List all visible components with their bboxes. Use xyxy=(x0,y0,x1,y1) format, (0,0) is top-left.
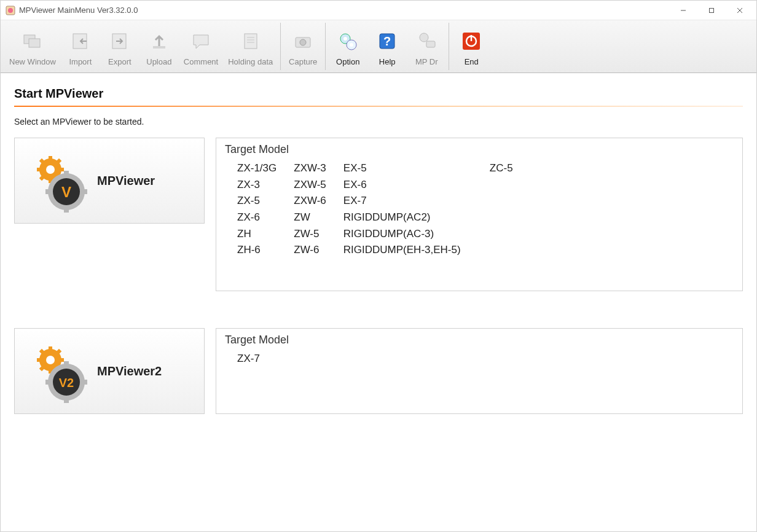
model-item: ZX-7 xyxy=(237,351,276,367)
content-area: Start MPViewer Select an MPViewer to be … xyxy=(1,73,756,531)
target-model-label: Target Model xyxy=(225,334,734,346)
svg-rect-58 xyxy=(80,380,87,385)
toolbar-label: Capture xyxy=(289,57,317,66)
help-button[interactable]: ? Help xyxy=(367,20,407,72)
model-item: ZH-6 xyxy=(237,243,292,258)
new-window-button[interactable]: New Window xyxy=(4,20,61,72)
model-item xyxy=(490,178,529,193)
model-list: ZX-7 xyxy=(225,350,734,368)
power-icon xyxy=(459,29,484,53)
model-item: EX-5 xyxy=(343,161,488,176)
export-icon xyxy=(108,29,132,53)
export-button[interactable]: Export xyxy=(100,20,139,72)
model-item: RIGIDDUMP(AC-3) xyxy=(343,227,488,242)
svg-point-37 xyxy=(46,165,55,174)
page-title: Start MPViewer xyxy=(14,87,743,107)
toolbar-label: Option xyxy=(336,57,359,66)
end-button[interactable]: End xyxy=(452,20,491,72)
svg-rect-47 xyxy=(37,358,42,362)
svg-rect-3 xyxy=(710,8,714,12)
target-model-box: Target Model ZX-7 xyxy=(216,328,743,414)
svg-point-23 xyxy=(420,33,428,42)
svg-rect-39 xyxy=(64,171,69,178)
model-item: EX-6 xyxy=(343,178,488,193)
model-item: ZXW-3 xyxy=(294,161,342,176)
comment-icon xyxy=(189,29,213,53)
model-item: EX-7 xyxy=(343,194,488,209)
model-item xyxy=(490,210,529,225)
svg-point-20 xyxy=(350,43,353,47)
svg-rect-29 xyxy=(49,156,52,161)
svg-point-53 xyxy=(46,356,55,364)
target-model-box: Target Model ZX-1/3G ZXW-3 EX-5 ZC-5 ZX-… xyxy=(216,138,743,291)
upload-button[interactable]: Upload xyxy=(139,20,179,72)
toolbar-label: Holding data xyxy=(228,57,273,66)
svg-rect-57 xyxy=(45,380,53,385)
comment-button[interactable]: Comment xyxy=(179,20,223,72)
option-button[interactable]: Option xyxy=(328,20,367,72)
model-item: RIGIDDUMP(EH-3,EH-5) xyxy=(343,243,488,258)
model-item: ZH xyxy=(237,227,292,242)
toolbar-label: MP Dr xyxy=(415,57,438,66)
new-window-icon xyxy=(20,29,45,53)
toolbar-label: Export xyxy=(108,57,131,66)
model-item: ZW-5 xyxy=(294,227,342,242)
viewer-row: V MPViewer Target Model ZX-1/3G ZXW-3 EX… xyxy=(14,138,743,291)
svg-point-16 xyxy=(300,39,306,45)
page-subtext: Select an MPViewer to be started. xyxy=(14,117,743,127)
badge-text: V2 xyxy=(59,376,74,389)
svg-rect-42 xyxy=(80,189,87,194)
mpviewer2-launcher[interactable]: V2 MPViewer2 xyxy=(14,328,205,414)
svg-rect-11 xyxy=(245,34,257,49)
toolbar-label: Help xyxy=(379,57,396,66)
maximize-button[interactable] xyxy=(697,1,726,20)
help-icon: ? xyxy=(375,29,399,53)
mpviewer-launcher[interactable]: V MPViewer xyxy=(14,138,205,224)
svg-rect-45 xyxy=(49,346,52,351)
minimize-button[interactable] xyxy=(669,1,697,20)
toolbar-label: Import xyxy=(69,57,92,66)
target-model-label: Target Model xyxy=(225,143,734,156)
model-item xyxy=(490,227,529,242)
import-button[interactable]: Import xyxy=(61,20,100,72)
model-item: ZW-6 xyxy=(294,243,342,258)
launcher-name: MPViewer2 xyxy=(97,364,162,378)
svg-text:?: ? xyxy=(383,34,391,48)
gear-icon xyxy=(335,29,360,53)
titlebar: MPViewer MainMenu Ver3.32.0.0 xyxy=(1,1,756,20)
holding-data-icon xyxy=(238,29,263,53)
mpviewer-icon: V xyxy=(20,144,93,217)
model-item: ZW xyxy=(294,210,342,225)
import-icon xyxy=(68,29,93,53)
model-item: ZX-6 xyxy=(237,210,292,225)
model-list: ZX-1/3G ZXW-3 EX-5 ZC-5 ZX-3 ZXW-5 EX-6 … xyxy=(225,160,734,259)
close-button[interactable] xyxy=(726,1,754,20)
model-item: ZX-3 xyxy=(237,178,292,193)
svg-rect-48 xyxy=(59,358,64,362)
svg-rect-10 xyxy=(153,46,165,49)
model-item: ZXW-6 xyxy=(294,194,342,209)
capture-button[interactable]: Capture xyxy=(283,20,323,72)
svg-rect-32 xyxy=(59,168,64,171)
svg-rect-7 xyxy=(29,39,40,47)
svg-rect-40 xyxy=(64,205,69,213)
svg-rect-56 xyxy=(64,396,69,403)
toolbar-label: Comment xyxy=(184,57,218,66)
model-item: ZXW-5 xyxy=(294,178,342,193)
svg-rect-41 xyxy=(45,189,53,194)
window-title: MPViewer MainMenu Ver3.32.0.0 xyxy=(19,6,669,15)
toolbar-label: Upload xyxy=(146,57,171,66)
mp-dr-button[interactable]: MP Dr xyxy=(407,20,446,72)
camera-icon xyxy=(291,29,315,53)
mpviewer2-icon: V2 xyxy=(20,334,93,408)
model-item xyxy=(490,194,529,209)
holding-data-button[interactable]: Holding data xyxy=(223,20,278,72)
model-item xyxy=(490,243,529,258)
toolbar-label: New Window xyxy=(9,57,56,66)
launcher-name: MPViewer xyxy=(97,174,155,188)
svg-rect-55 xyxy=(64,361,69,369)
toolbar: New Window Import Export Upload Comment … xyxy=(1,20,756,73)
app-icon xyxy=(6,6,15,15)
viewer-row: V2 MPViewer2 Target Model ZX-7 xyxy=(14,328,743,414)
svg-point-1 xyxy=(8,8,13,13)
